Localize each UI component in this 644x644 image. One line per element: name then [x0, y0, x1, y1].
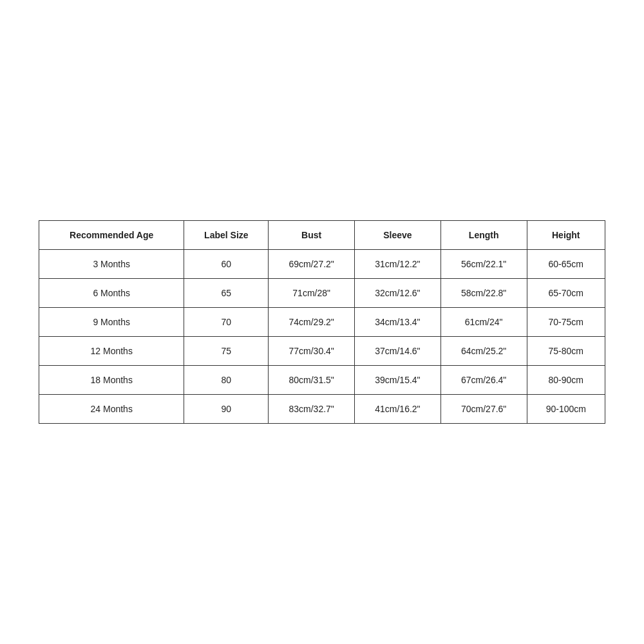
- cell-height: 70-75cm: [527, 308, 605, 337]
- cell-sleeve: 34cm/13.4": [355, 308, 441, 337]
- cell-bust: 74cm/29.2": [269, 308, 355, 337]
- cell-label-size: 70: [184, 308, 269, 337]
- cell-height: 80-90cm: [527, 366, 605, 395]
- cell-label-size: 60: [184, 250, 269, 279]
- cell-length: 58cm/22.8": [440, 279, 527, 308]
- cell-bust: 69cm/27.2": [269, 250, 355, 279]
- cell-age: 3 Months: [39, 250, 184, 279]
- cell-sleeve: 39cm/15.4": [355, 366, 441, 395]
- cell-sleeve: 31cm/12.2": [355, 250, 441, 279]
- cell-height: 60-65cm: [527, 250, 605, 279]
- cell-sleeve: 37cm/14.6": [355, 337, 441, 366]
- header-height: Height: [527, 221, 605, 250]
- cell-length: 67cm/26.4": [440, 366, 527, 395]
- table-row: 3 Months6069cm/27.2"31cm/12.2"56cm/22.1"…: [39, 250, 605, 279]
- cell-age: 9 Months: [39, 308, 184, 337]
- cell-height: 65-70cm: [527, 279, 605, 308]
- cell-bust: 80cm/31.5": [269, 366, 355, 395]
- cell-age: 18 Months: [39, 366, 184, 395]
- cell-height: 75-80cm: [527, 337, 605, 366]
- size-chart-container: Recommended Age Label Size Bust Sleeve L…: [39, 220, 605, 424]
- header-recommended-age: Recommended Age: [39, 221, 184, 250]
- size-chart-table: Recommended Age Label Size Bust Sleeve L…: [39, 220, 605, 424]
- header-sleeve: Sleeve: [355, 221, 441, 250]
- cell-length: 70cm/27.6": [440, 395, 527, 424]
- table-header-row: Recommended Age Label Size Bust Sleeve L…: [39, 221, 605, 250]
- cell-length: 61cm/24": [440, 308, 527, 337]
- cell-height: 90-100cm: [527, 395, 605, 424]
- table-row: 24 Months9083cm/32.7"41cm/16.2"70cm/27.6…: [39, 395, 605, 424]
- table-row: 6 Months6571cm/28"32cm/12.6"58cm/22.8"65…: [39, 279, 605, 308]
- cell-bust: 83cm/32.7": [269, 395, 355, 424]
- header-length: Length: [440, 221, 527, 250]
- header-bust: Bust: [269, 221, 355, 250]
- cell-bust: 71cm/28": [269, 279, 355, 308]
- cell-bust: 77cm/30.4": [269, 337, 355, 366]
- cell-length: 64cm/25.2": [440, 337, 527, 366]
- cell-age: 24 Months: [39, 395, 184, 424]
- cell-label-size: 65: [184, 279, 269, 308]
- cell-age: 6 Months: [39, 279, 184, 308]
- table-row: 12 Months7577cm/30.4"37cm/14.6"64cm/25.2…: [39, 337, 605, 366]
- cell-label-size: 75: [184, 337, 269, 366]
- cell-label-size: 90: [184, 395, 269, 424]
- cell-sleeve: 41cm/16.2": [355, 395, 441, 424]
- table-row: 9 Months7074cm/29.2"34cm/13.4"61cm/24"70…: [39, 308, 605, 337]
- table-row: 18 Months8080cm/31.5"39cm/15.4"67cm/26.4…: [39, 366, 605, 395]
- cell-length: 56cm/22.1": [440, 250, 527, 279]
- cell-age: 12 Months: [39, 337, 184, 366]
- header-label-size: Label Size: [184, 221, 269, 250]
- cell-label-size: 80: [184, 366, 269, 395]
- cell-sleeve: 32cm/12.6": [355, 279, 441, 308]
